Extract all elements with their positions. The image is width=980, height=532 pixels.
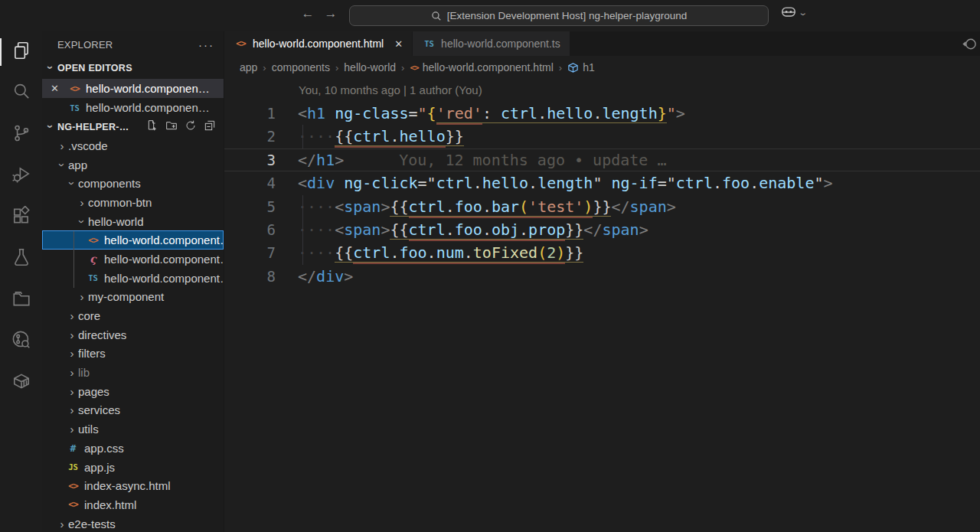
command-center-search[interactable]: [Extension Development Host] ng-helper-p… bbox=[349, 5, 769, 26]
tree-item-label: core bbox=[78, 309, 100, 322]
code-line-8[interactable]: 8</div> bbox=[224, 265, 980, 288]
activitybar-run-and-debug[interactable] bbox=[0, 155, 42, 197]
line-number[interactable]: 7 bbox=[224, 241, 276, 264]
close-tab-icon[interactable]: ✕ bbox=[394, 38, 403, 50]
breadcrumb-label: h1 bbox=[583, 61, 595, 73]
copilot-menu[interactable]: ⌄ bbox=[781, 6, 806, 18]
tree-folder-e2e-tests[interactable]: ›e2e-tests bbox=[42, 514, 224, 532]
line-number[interactable]: 3 bbox=[224, 149, 276, 171]
search-icon bbox=[431, 11, 442, 21]
tree-item-label: index.html bbox=[84, 498, 136, 511]
code-editor[interactable]: You, 10 months ago | 1 author (You) 1<h1… bbox=[224, 79, 980, 532]
activitybar-extensions[interactable] bbox=[0, 197, 42, 238]
html-file-icon: <> bbox=[67, 83, 82, 94]
nav-back-icon[interactable]: ← bbox=[299, 6, 317, 21]
tree-file-hello-world-component-[interactable]: TShello-world.component… bbox=[42, 269, 224, 288]
ts-file-icon: TS bbox=[86, 273, 100, 282]
tree-folder-core[interactable]: ›core bbox=[42, 306, 224, 325]
tree-folder-directives[interactable]: ›directives bbox=[42, 325, 224, 344]
chevron-collapsed-icon: › bbox=[60, 518, 64, 530]
tab-hello-world-component-html[interactable]: <> hello-world.component.html ✕ bbox=[224, 31, 413, 56]
copilot-icon bbox=[781, 6, 796, 18]
project-section-header[interactable]: › NG-HELPER-… bbox=[42, 117, 224, 136]
breadcrumb-item-app[interactable]: app bbox=[240, 61, 257, 73]
activitybar-search[interactable] bbox=[0, 73, 42, 114]
tree-folder-utils[interactable]: ›utils bbox=[42, 419, 224, 439]
tree-folder--vscode[interactable]: ›.vscode bbox=[42, 136, 224, 155]
more-actions-icon[interactable]: ··· bbox=[198, 38, 214, 51]
breadcrumb-separator-icon: › bbox=[559, 62, 562, 73]
debug-icon bbox=[11, 165, 31, 188]
command-center-text: [Extension Development Host] ng-helper-p… bbox=[447, 10, 688, 21]
tree-file-hello-world-component-[interactable]: <>hello-world.component… bbox=[42, 230, 224, 250]
tree-item-label: hello-world.component… bbox=[104, 233, 224, 246]
code-line-6[interactable]: 6····<span>{{ctrl.foo.obj.prop}}</span> bbox=[224, 218, 980, 241]
chevron-expanded-icon: › bbox=[45, 124, 57, 128]
activity-bar bbox=[0, 31, 42, 532]
refresh-icon[interactable] bbox=[185, 119, 197, 134]
activitybar-containers[interactable] bbox=[0, 362, 42, 403]
open-editor-label: hello-world.componen… bbox=[86, 101, 210, 114]
new-folder-icon[interactable] bbox=[165, 119, 178, 134]
nav-forward-icon[interactable]: → bbox=[322, 6, 340, 21]
code-line-3[interactable]: 3</h1>You, 12 months ago • update … bbox=[224, 149, 980, 171]
activitybar-project-manager[interactable] bbox=[0, 279, 42, 321]
code-line-2[interactable]: 2····{{ctrl.hello}} bbox=[224, 125, 980, 148]
line-number[interactable]: 4 bbox=[224, 171, 276, 194]
tree-folder-filters[interactable]: ›filters bbox=[42, 344, 224, 364]
tab-label: hello-world.component.ts bbox=[441, 38, 560, 50]
tab-hello-world-component-ts[interactable]: TS hello-world.component.ts bbox=[413, 31, 570, 56]
breadcrumb-label: app bbox=[240, 61, 257, 73]
line-number[interactable]: 8 bbox=[224, 265, 276, 288]
breadcrumb-item-h1[interactable]: h1 bbox=[567, 61, 595, 73]
new-file-icon[interactable] bbox=[146, 119, 158, 134]
git-branch-icon bbox=[11, 123, 31, 146]
tree-file-app-css[interactable]: #app.css bbox=[42, 439, 224, 458]
tree-folder-pages[interactable]: ›pages bbox=[42, 382, 224, 401]
tree-folder-app[interactable]: ›app bbox=[42, 155, 224, 175]
html-file-icon: <> bbox=[410, 63, 418, 73]
line-number[interactable]: 2 bbox=[224, 125, 276, 148]
tree-file-hello-world-component-[interactable]: ςhello-world.component… bbox=[42, 250, 224, 269]
activitybar-explorer[interactable] bbox=[0, 31, 42, 73]
ts-file-icon: TS bbox=[422, 39, 436, 48]
history-icon[interactable] bbox=[962, 37, 977, 54]
code-line-text: <div ng-click="ctrl.hello.length" ng-if=… bbox=[298, 171, 833, 194]
tree-folder-lib[interactable]: ›lib bbox=[42, 363, 224, 382]
collapse-all-icon[interactable] bbox=[204, 119, 216, 134]
chevron-collapsed-icon: › bbox=[70, 329, 74, 341]
open-editors-header[interactable]: › OPEN EDITORS bbox=[42, 57, 224, 79]
code-line-7[interactable]: 7····{{ctrl.foo.num.toFixed(2)}} bbox=[224, 241, 980, 264]
activitybar-source-control[interactable] bbox=[0, 114, 42, 155]
code-line-1[interactable]: 1<h1 ng-class="{'red': ctrl.hello.length… bbox=[224, 102, 980, 125]
line-number[interactable]: 5 bbox=[224, 195, 276, 218]
tree-folder-my-component[interactable]: ›my-component bbox=[42, 288, 224, 307]
tree-folder-components[interactable]: ›components bbox=[42, 174, 224, 193]
code-line-text: <h1 ng-class="{'red': ctrl.hello.length}… bbox=[298, 102, 685, 125]
line-number[interactable]: 6 bbox=[224, 218, 276, 241]
open-editor-item[interactable]: TShello-world.componen… bbox=[42, 98, 224, 117]
tree-file-app-js[interactable]: JSapp.js bbox=[42, 458, 224, 477]
breadcrumb-item-hello-world-component-html[interactable]: <>hello-world.component.html bbox=[410, 61, 553, 73]
explorer-sidebar: EXPLORER ··· › OPEN EDITORS ✕<>hello-wor… bbox=[42, 31, 224, 532]
code-line-text: ····{{ctrl.hello}} bbox=[298, 125, 464, 148]
symbol-icon bbox=[567, 62, 579, 73]
code-line-4[interactable]: 4<div ng-click="ctrl.hello.length" ng-if… bbox=[224, 171, 980, 194]
tree-item-label: hello-world.component… bbox=[104, 253, 224, 266]
tree-file-index-html[interactable]: <>index.html bbox=[42, 495, 224, 514]
line-number[interactable]: 1 bbox=[224, 102, 276, 125]
breadcrumb-item-components[interactable]: components bbox=[272, 61, 330, 73]
code-line-5[interactable]: 5····<span>{{ctrl.foo.bar('test')}}</spa… bbox=[224, 195, 980, 218]
open-editor-item[interactable]: ✕<>hello-world.componen… bbox=[42, 79, 224, 98]
tree-item-label: pages bbox=[78, 385, 109, 398]
code-line-text: ····<span>{{ctrl.foo.obj.prop}}</span> bbox=[298, 218, 648, 241]
activitybar-testing[interactable] bbox=[0, 238, 42, 279]
html-file-icon: <> bbox=[66, 481, 80, 491]
tree-folder-hello-world[interactable]: ›hello-world bbox=[42, 212, 224, 231]
tree-folder-common-btn[interactable]: ›common-btn bbox=[42, 193, 224, 212]
tree-folder-services[interactable]: ›services bbox=[42, 401, 224, 420]
breadcrumb-item-hello-world[interactable]: hello-world bbox=[344, 61, 396, 73]
close-editor-icon[interactable]: ✕ bbox=[51, 83, 64, 94]
tree-file-index-async-html[interactable]: <>index-async.html bbox=[42, 476, 224, 495]
activitybar-git-graph[interactable] bbox=[0, 321, 42, 362]
